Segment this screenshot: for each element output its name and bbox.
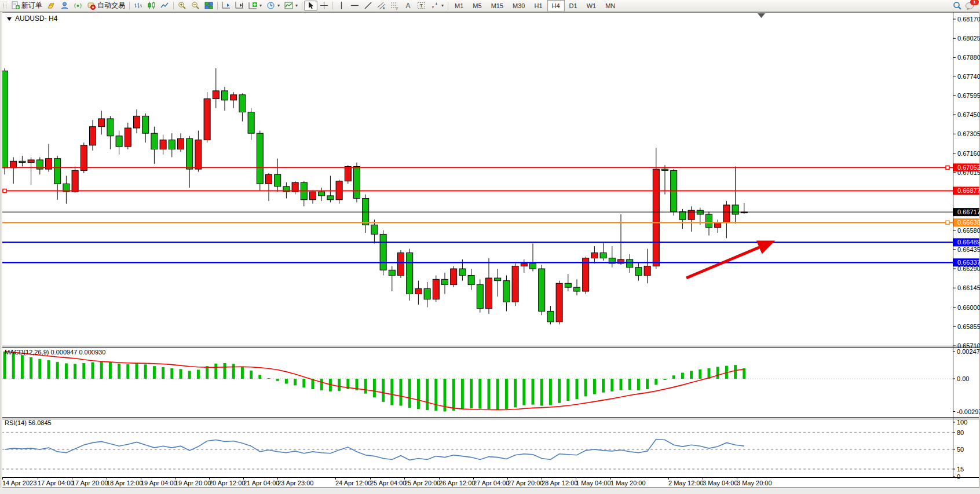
chart-canvas[interactable]: 0.681700.680250.678800.677400.675950.674…: [0, 0, 980, 494]
timeframe-toolbar: M1M5M15M30H1H4D1W1MN: [450, 0, 620, 12]
trendline-icon: [364, 1, 372, 10]
svg-text:25 Apr 20:00: 25 Apr 20:00: [404, 480, 440, 486]
candlestick-chart-button[interactable]: [145, 1, 158, 11]
svg-text:0.66145: 0.66145: [957, 284, 980, 291]
svg-text:2 May 12:00: 2 May 12:00: [668, 480, 704, 486]
svg-text:17 Apr 04:00: 17 Apr 04:00: [38, 480, 74, 486]
profile-button[interactable]: [58, 1, 71, 11]
dropdown-caret-icon: ▾: [277, 3, 280, 8]
svg-text:80: 80: [957, 429, 964, 436]
timeframe-button-d1[interactable]: D1: [565, 0, 582, 12]
add-indicator-button[interactable]: ▾: [246, 1, 264, 11]
window-left-edge: [0, 12, 2, 488]
template-icon: [284, 1, 293, 10]
toolbar-grip[interactable]: [3, 2, 6, 9]
timeframe-button-m1[interactable]: M1: [450, 0, 468, 12]
svg-text:0.66435: 0.66435: [957, 246, 980, 253]
svg-text:0.67595: 0.67595: [957, 92, 980, 99]
svg-text:25 Apr 04:00: 25 Apr 04:00: [370, 480, 406, 486]
svg-text:3 May 04:00: 3 May 04:00: [703, 480, 738, 486]
svg-text:0.65855: 0.65855: [957, 323, 980, 330]
main-toolbar: 新订单 自动交易: [0, 0, 980, 12]
auto-trading-button[interactable]: 自动交易: [85, 1, 127, 11]
horizontal-line-tool-button[interactable]: [348, 1, 361, 11]
svg-text:19 Apr 20:00: 19 Apr 20:00: [175, 480, 211, 486]
svg-text:0.66000: 0.66000: [957, 304, 980, 311]
tile-windows-button[interactable]: [202, 1, 215, 11]
gold-button[interactable]: [45, 1, 58, 11]
timeframe-button-m5[interactable]: M5: [468, 0, 486, 12]
channel-tool-button[interactable]: E: [375, 1, 388, 11]
svg-text:A: A: [406, 2, 411, 10]
cursor-icon: [306, 1, 315, 10]
arrow-objects-icon: [430, 1, 439, 10]
svg-text:0.67880: 0.67880: [957, 54, 980, 61]
template-button[interactable]: ▾: [282, 1, 300, 11]
auto-scroll-button[interactable]: [220, 1, 233, 11]
line-chart-button[interactable]: [158, 1, 171, 11]
cursor-tool-button[interactable]: [304, 1, 317, 11]
auto-trading-icon: [87, 1, 96, 10]
auto-scroll-icon: [222, 1, 231, 10]
vertical-line-tool-button[interactable]: [335, 1, 348, 11]
new-order-label: 新订单: [21, 1, 42, 10]
notifications-icon[interactable]: 1: [965, 1, 975, 10]
signal-button[interactable]: [71, 1, 85, 11]
auto-trading-label: 自动交易: [97, 1, 125, 10]
chart-shift-button[interactable]: [233, 1, 246, 11]
bar-chart-icon: [134, 1, 142, 10]
svg-text:0.66337: 0.66337: [957, 259, 980, 266]
add-indicator-icon: [248, 1, 257, 10]
zoom-in-icon: [178, 1, 187, 10]
svg-text:20 Apr 12:00: 20 Apr 12:00: [209, 480, 245, 486]
signal-icon: [74, 1, 82, 10]
dropdown-caret-icon: ▾: [259, 3, 262, 8]
svg-text:0.00: 0.00: [957, 375, 969, 382]
trendline-tool-button[interactable]: [361, 1, 375, 11]
chart-shift-icon: [235, 1, 244, 10]
text-tool-button[interactable]: A: [401, 1, 415, 11]
timeframe-button-mn[interactable]: MN: [601, 0, 620, 12]
text-label-tool-button[interactable]: T: [415, 1, 428, 11]
candlestick-chart-icon: [147, 1, 156, 10]
equidistant-channel-icon: E: [377, 1, 386, 10]
toolbar-separator: [173, 2, 174, 10]
profile-icon: [60, 1, 69, 10]
svg-text:21 Apr 04:00: 21 Apr 04:00: [243, 480, 279, 486]
svg-text:0.67160: 0.67160: [957, 150, 980, 157]
timeframe-button-h4[interactable]: H4: [547, 0, 565, 12]
svg-text:0.67305: 0.67305: [957, 130, 980, 137]
svg-text:0.66489: 0.66489: [957, 239, 980, 246]
fibonacci-tool-button[interactable]: F: [388, 1, 401, 11]
arrows-tool-button[interactable]: ▾: [428, 1, 446, 11]
bar-chart-button[interactable]: [131, 1, 145, 11]
svg-text:28 Apr 12:00: 28 Apr 12:00: [542, 480, 577, 486]
zoom-in-button[interactable]: [175, 1, 189, 11]
zoom-out-icon: [191, 1, 200, 10]
new-order-icon: [11, 1, 20, 10]
toolbar-separator: [448, 2, 448, 10]
crosshair-tool-button[interactable]: [317, 1, 331, 11]
toolbar-separator: [302, 2, 302, 10]
timeframe-button-w1[interactable]: W1: [582, 0, 601, 12]
timeframe-button-h1[interactable]: H1: [529, 0, 547, 12]
svg-text:0.68170: 0.68170: [957, 16, 980, 23]
svg-text:0.66580: 0.66580: [957, 227, 980, 234]
svg-text:0.67052: 0.67052: [957, 164, 980, 171]
svg-text:-0.002974: -0.002974: [957, 408, 980, 415]
svg-text:T: T: [420, 3, 423, 9]
fibonacci-icon: F: [390, 1, 399, 10]
chart-title: AUDUSD- H4: [15, 14, 58, 23]
svg-text:0.67450: 0.67450: [957, 111, 980, 118]
svg-text:26 Apr 12:00: 26 Apr 12:00: [439, 480, 475, 486]
svg-text:0.67740: 0.67740: [957, 73, 980, 80]
svg-text:0: 0: [957, 473, 960, 480]
search-icon[interactable]: [953, 1, 961, 10]
new-order-button[interactable]: 新订单: [9, 1, 45, 11]
svg-text:23 Apr 23:00: 23 Apr 23:00: [277, 480, 313, 486]
timeframe-button-m15[interactable]: M15: [487, 0, 508, 12]
tile-windows-icon: [204, 1, 213, 10]
timeframe-button-m30[interactable]: M30: [508, 0, 529, 12]
period-button[interactable]: ▾: [264, 1, 282, 11]
zoom-out-button[interactable]: [189, 1, 202, 11]
